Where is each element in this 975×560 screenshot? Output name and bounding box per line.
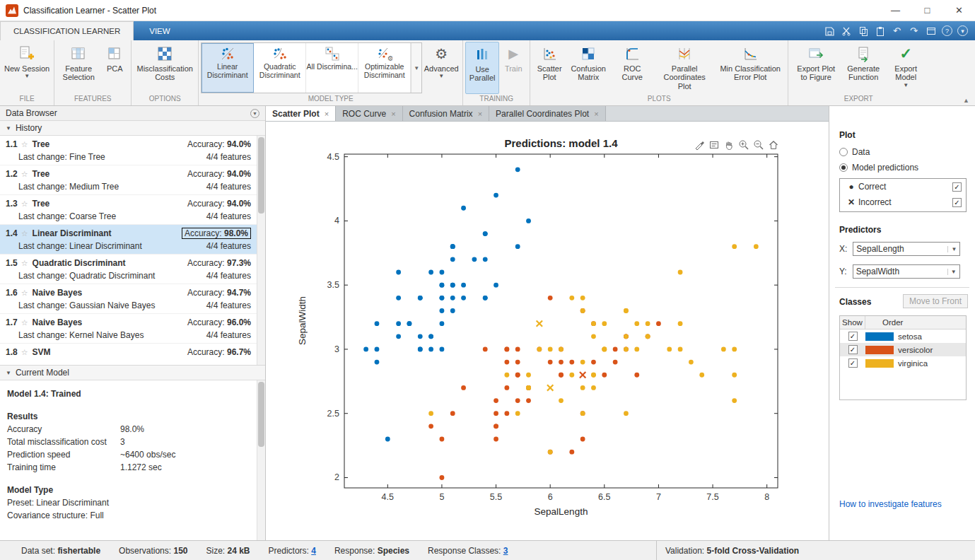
svg-text:3.5: 3.5 <box>327 280 339 290</box>
min-classification-error-plot-button[interactable]: Min Classification Error Plot <box>715 42 786 94</box>
scatter-plot-button[interactable]: Scatter Plot <box>532 42 566 94</box>
use-parallel-button[interactable]: Use Parallel <box>465 42 499 94</box>
history-section-header[interactable]: ▼ History <box>0 121 265 136</box>
train-button[interactable]: ▶ Train <box>499 42 527 94</box>
history-item-1-8[interactable]: 1.8☆SVMAccuracy: 96.7% <box>0 344 265 366</box>
history-item-1-4-selected[interactable]: 1.4☆Linear DiscriminantAccuracy: 98.0% L… <box>0 225 265 255</box>
how-to-investigate-features-link[interactable]: How to investigate features <box>839 499 942 509</box>
favorite-star-icon[interactable]: ☆ <box>21 318 28 327</box>
favorite-star-icon[interactable]: ☆ <box>21 170 28 179</box>
close-tab-icon[interactable]: × <box>478 110 482 118</box>
doc-tab-scatter-plot[interactable]: Scatter Plot× <box>266 106 336 121</box>
incorrect-checkbox[interactable]: ✓ <box>952 198 962 207</box>
model-linear-discriminant[interactable]: Linear Discriminant <box>202 43 254 93</box>
feature-selection-button[interactable]: Feature Selection <box>57 42 100 94</box>
history-item-1-7[interactable]: 1.7☆Naive BayesAccuracy: 96.0% Last chan… <box>0 314 265 344</box>
history-item-1-5[interactable]: 1.5☆Quadratic DiscriminantAccuracy: 97.3… <box>0 255 265 284</box>
parallel-coordinates-plot-button[interactable]: Parallel Coordinates Plot <box>654 42 715 94</box>
y-predictor-select[interactable]: SepalWidth▼ <box>853 264 960 279</box>
generate-function-button[interactable]: Generate Function <box>841 42 885 94</box>
results-heading: Results <box>7 410 251 423</box>
document-tab-bar: Scatter Plot× ROC Curve× Confusion Matri… <box>266 106 829 122</box>
roc-curve-button[interactable]: ROC Curve <box>610 42 654 94</box>
radio-model-predictions[interactable]: Model predictions <box>839 163 918 173</box>
class-row-virginica[interactable]: ✓ virginica <box>840 356 966 370</box>
y-predictor-row: Y: SepalWidth▼ <box>839 264 960 279</box>
minimize-button[interactable]: — <box>880 0 911 21</box>
tab-view[interactable]: VIEW <box>134 21 185 40</box>
incorrect-x-icon: ✕ <box>844 197 858 207</box>
current-model-scrollbar[interactable] <box>257 380 265 540</box>
maximize-button[interactable]: □ <box>911 0 943 21</box>
min-classification-error-icon <box>742 43 758 64</box>
doc-tab-parallel-coordinates-plot[interactable]: Parallel Coordinates Plot× <box>489 106 606 121</box>
class-row-versicolor[interactable]: ✓ versicolor <box>840 343 966 356</box>
radio-data[interactable]: Data <box>839 147 870 157</box>
doc-tab-confusion-matrix[interactable]: Confusion Matrix× <box>403 106 489 121</box>
figure-area: Scatter Plot× ROC Curve× Confusion Matri… <box>266 106 829 540</box>
tab-classification-learner[interactable]: CLASSIFICATION LEARNER <box>0 21 134 40</box>
help-icon[interactable]: ? <box>942 25 952 36</box>
response-classes-link[interactable]: 3 <box>503 546 508 556</box>
copy-icon[interactable] <box>857 25 869 37</box>
class-checkbox[interactable]: ✓ <box>848 332 858 341</box>
doc-tab-roc-curve[interactable]: ROC Curve× <box>336 106 402 121</box>
move-to-front-button[interactable]: Move to Front <box>903 294 968 308</box>
close-button[interactable]: ✕ <box>943 0 975 21</box>
history-item-1-6[interactable]: 1.6☆Naive BayesAccuracy: 94.7% Last chan… <box>0 284 265 314</box>
correct-checkbox[interactable]: ✓ <box>952 182 962 192</box>
model-quadratic-discriminant[interactable]: Quadratic Discriminant <box>254 43 306 93</box>
history-item-1-1[interactable]: 1.1☆TreeAccuracy: 94.0% Last change: Fin… <box>0 136 265 165</box>
close-tab-icon[interactable]: × <box>594 110 598 118</box>
export-plot-to-figure-button[interactable]: Export Plot to Figure <box>790 42 841 94</box>
undo-icon[interactable]: ↶ <box>891 25 903 37</box>
collapse-ribbon-button[interactable]: ▲ <box>963 97 969 104</box>
favorite-star-icon[interactable]: ☆ <box>21 288 28 298</box>
section-label-training: TRAINING <box>463 94 530 105</box>
model-all-discriminants[interactable]: All Discrimina... <box>306 43 358 93</box>
all-discriminants-icon <box>325 45 340 63</box>
favorite-star-icon[interactable]: ☆ <box>21 140 28 149</box>
model-type-heading: Model Type <box>7 484 251 496</box>
toolstrip-collapse-icon[interactable]: ▾ <box>957 25 968 36</box>
cut-icon[interactable] <box>840 25 852 37</box>
window-layout-icon[interactable] <box>925 25 937 37</box>
panel-menu-icon[interactable]: ▼ <box>250 109 259 118</box>
favorite-star-icon[interactable]: ☆ <box>21 259 28 268</box>
favorite-star-icon[interactable]: ☆ <box>21 348 28 357</box>
predictors-count-link[interactable]: 4 <box>311 546 316 556</box>
class-checkbox[interactable]: ✓ <box>848 345 858 354</box>
pca-button[interactable]: PCA <box>100 42 129 94</box>
new-session-button[interactable]: New Session ▼ <box>2 42 52 94</box>
history-scrollbar[interactable] <box>257 136 265 365</box>
paste-icon[interactable] <box>874 25 886 37</box>
svg-text:4: 4 <box>334 216 339 226</box>
class-row-setosa[interactable]: ✓ setosa <box>840 329 966 343</box>
close-tab-icon[interactable]: × <box>391 110 395 118</box>
status-data-set: Data set: fishertable <box>21 546 100 556</box>
favorite-star-icon[interactable]: ☆ <box>21 229 28 238</box>
confusion-matrix-button[interactable]: Confusion Matrix <box>566 42 610 94</box>
accuracy-value: Accuracy: 97.3% <box>187 258 251 268</box>
scatter-chart[interactable]: 4.555.566.577.5822.533.544.5 <box>266 122 829 540</box>
best-accuracy-value: Accuracy: 98.0% <box>182 228 251 239</box>
svg-text:5.5: 5.5 <box>490 492 502 502</box>
history-item-1-3[interactable]: 1.3☆TreeAccuracy: 94.0% Last change: Coa… <box>0 195 265 225</box>
x-predictor-select[interactable]: SepalLength▼ <box>853 242 960 256</box>
linear-discriminant-icon <box>220 45 235 63</box>
ribbon-section-features: Feature Selection PCA FEATURES <box>54 40 132 105</box>
current-model-section-header[interactable]: ▼ Current Model <box>0 366 265 380</box>
export-model-button[interactable]: ✓ Export Model ▼ <box>885 42 926 94</box>
save-icon[interactable] <box>823 25 835 37</box>
model-optimizable-discriminant[interactable]: ⚙ Optimizable Discriminant <box>358 43 411 93</box>
gallery-expand-button[interactable]: ▼ <box>411 43 421 93</box>
misclassification-costs-button[interactable]: Misclassification Costs <box>134 42 196 94</box>
redo-icon[interactable]: ↷ <box>908 25 920 37</box>
class-checkbox[interactable]: ✓ <box>848 358 858 368</box>
advanced-button[interactable]: ⚙ Advanced ▼ <box>422 42 460 94</box>
favorite-star-icon[interactable]: ☆ <box>21 199 28 209</box>
plot-controls-panel: Plot Data Model predictions ● Correct ✓ … <box>829 106 975 540</box>
close-tab-icon[interactable]: × <box>325 110 329 118</box>
history-item-1-2[interactable]: 1.2☆TreeAccuracy: 94.0% Last change: Med… <box>0 165 265 195</box>
predictors-section-heading: Predictors <box>839 225 881 235</box>
